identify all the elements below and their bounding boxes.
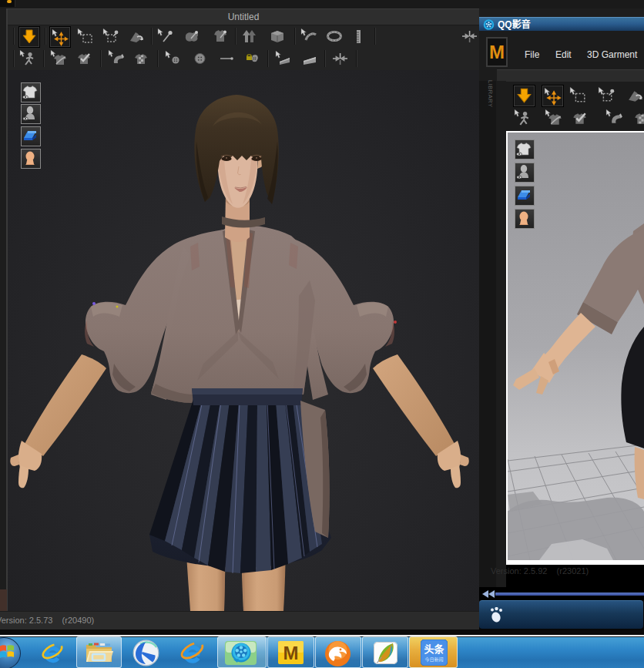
svg-text:M: M [283, 643, 299, 663]
svg-text:头条: 头条 [424, 643, 444, 655]
svg-text:今日新闻: 今日新闻 [424, 656, 443, 663]
